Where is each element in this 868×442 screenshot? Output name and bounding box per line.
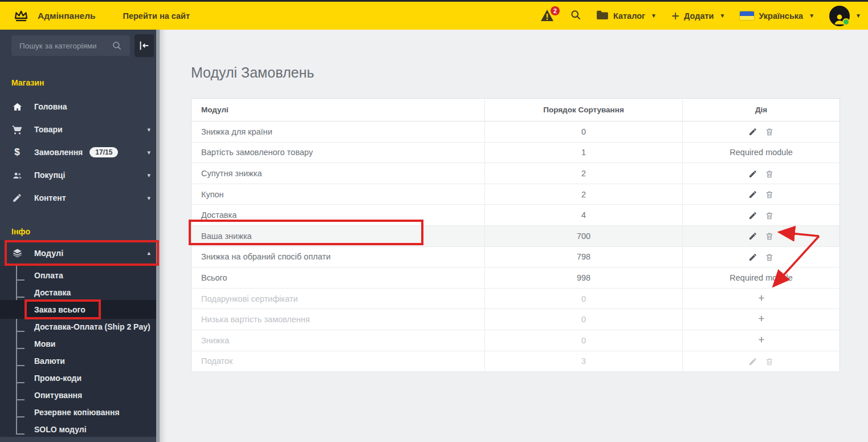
orders-count-badge: 17/15 [89, 147, 118, 157]
sidebar-item-4[interactable]: Контент▾ [0, 186, 160, 209]
table-row: Подарункові сертифікати0 [191, 288, 840, 309]
alerts-count-badge: 2 [551, 6, 560, 15]
add-menu[interactable]: + Додати ▼ [671, 11, 725, 21]
sidebar-subitem-label: Резервне копіювання [34, 408, 120, 417]
sidebar-subitem-3[interactable]: Доставка-Оплата (Ship 2 Pay) [0, 318, 160, 335]
module-name-cell: Знижка [191, 330, 485, 351]
add-icon[interactable] [757, 335, 766, 344]
action-cell [683, 121, 840, 143]
sort-order-cell: 0 [485, 309, 683, 330]
table-row: Вартість замовленого товару1Required mod… [191, 142, 840, 163]
table-row: Податок3 [191, 351, 840, 372]
caret-down-icon: ▼ [855, 13, 861, 19]
sidebar-subitem-9[interactable]: SOLO модулі [0, 421, 160, 438]
modules-table: Модулі Порядок Сортування Дія Знижка для… [191, 98, 840, 372]
action-cell [683, 246, 840, 267]
sidebar-subitem-0[interactable]: Оплата [0, 267, 160, 284]
module-name-cell: Знижка для країни [191, 121, 485, 143]
sidebar-submenu: ОплатаДоставкаЗаказ всьогоДоставка-Оплат… [0, 266, 160, 437]
add-icon[interactable] [757, 293, 766, 302]
chevron-up-icon: ▴ [147, 249, 150, 257]
module-name-cell: Низька вартість замовлення [191, 309, 485, 330]
language-label: Українська [759, 11, 803, 21]
action-cell [683, 288, 840, 309]
edit-icon[interactable] [748, 127, 757, 136]
sidebar-item-label: Замовлення [34, 148, 83, 157]
edit-icon[interactable] [748, 190, 757, 199]
goto-site-link[interactable]: Перейти на сайт [123, 11, 190, 21]
table-row: Знижка на обраний спосіб оплати798 [191, 246, 840, 267]
action-cell [683, 351, 840, 372]
sidebar-subitem-label: Опитування [34, 391, 82, 400]
sidebar-collapse-button[interactable] [135, 34, 154, 57]
table-row: Доставка4 [191, 205, 840, 226]
action-cell [683, 309, 840, 330]
chevron-down-icon: ▾ [147, 194, 150, 202]
edit-icon[interactable] [748, 211, 757, 220]
language-menu[interactable]: Українська ▼ [740, 11, 814, 21]
sort-order-cell: 2 [485, 184, 683, 205]
sidebar-subitem-2[interactable]: Заказ всього [0, 300, 160, 319]
delete-icon[interactable] [765, 169, 774, 179]
sidebar-section-label: Інфо [11, 227, 30, 238]
sidebar-item-3[interactable]: Покупці▾ [0, 164, 160, 186]
action-cell: Required module [683, 267, 840, 289]
add-icon[interactable] [757, 314, 766, 323]
action-cell [683, 225, 840, 246]
delete-icon[interactable] [765, 211, 774, 220]
sort-order-cell: 998 [485, 267, 683, 289]
sidebar-item-moduli[interactable]: Модулі▴ [0, 240, 160, 266]
module-name-cell: Супутня знижка [191, 163, 485, 184]
sidebar-item-2[interactable]: $Замовлення17/15▾ [0, 141, 160, 164]
dollar-icon: $ [11, 147, 23, 158]
module-name-cell: Вартість замовленого товару [191, 142, 485, 163]
sort-order-cell: 4 [485, 205, 683, 226]
module-name-cell: Знижка на обраний спосіб оплати [191, 246, 485, 267]
cart-icon [11, 124, 23, 135]
delete-icon[interactable] [765, 127, 774, 136]
delete-icon[interactable] [765, 232, 774, 241]
sidebar-subitem-7[interactable]: Опитування [0, 387, 160, 404]
brand-title: Адмінпанель [38, 11, 96, 21]
table-row: Знижка для країни0 [191, 121, 840, 143]
table-header-row: Модулі Порядок Сортування Дія [191, 99, 840, 121]
edit-icon[interactable] [748, 253, 757, 262]
sort-order-cell: 0 [485, 121, 683, 143]
module-name-cell: Доставка [191, 205, 485, 226]
module-name-cell: Купон [191, 184, 485, 205]
sidebar-item-0[interactable]: Головна [0, 95, 160, 118]
sidebar-subitem-6[interactable]: Промо-коди [0, 370, 160, 387]
user-menu[interactable]: ▼ [829, 6, 861, 26]
search-input[interactable] [11, 35, 130, 56]
sidebar-subitem-4[interactable]: Мови [0, 335, 160, 352]
sort-order-cell: 0 [485, 288, 683, 309]
sort-order-cell: 700 [485, 225, 683, 246]
sidebar-subitem-1[interactable]: Доставка [0, 284, 160, 301]
edit-icon[interactable] [748, 169, 757, 179]
search-button[interactable] [570, 9, 581, 22]
edit-icon[interactable] [748, 232, 757, 241]
alerts-button[interactable]: 2 [540, 9, 555, 23]
module-name-cell: Податок [191, 351, 485, 372]
sidebar-subitem-8[interactable]: Резервне копіювання [0, 404, 160, 421]
caret-down-icon: ▼ [809, 13, 814, 19]
module-name-cell: Подарункові сертифікати [191, 288, 485, 309]
layers-icon [11, 248, 23, 259]
delete-icon[interactable] [765, 253, 774, 262]
edit-icon [748, 357, 757, 366]
action-cell [683, 205, 840, 226]
catalog-menu[interactable]: Каталог ▼ [596, 10, 657, 22]
module-name-cell: Всього [191, 267, 485, 289]
sidebar-item-label: Товари [34, 125, 63, 134]
delete-icon[interactable] [765, 190, 774, 199]
sidebar-section-label: Магазин [11, 78, 44, 90]
ukraine-flag-icon [740, 11, 754, 20]
chevron-down-icon: ▾ [147, 172, 150, 179]
sidebar-subitem-5[interactable]: Валюти [0, 352, 160, 370]
content-area: Модулі Замовлень Модулі Порядок Сортуван… [160, 30, 868, 442]
warning-icon [540, 14, 554, 23]
column-header-modules: Модулі [191, 99, 485, 121]
sort-order-cell: 0 [485, 330, 683, 351]
page-title: Модулі Замовлень [191, 64, 314, 81]
sidebar-item-1[interactable]: Товари▾ [0, 118, 160, 141]
